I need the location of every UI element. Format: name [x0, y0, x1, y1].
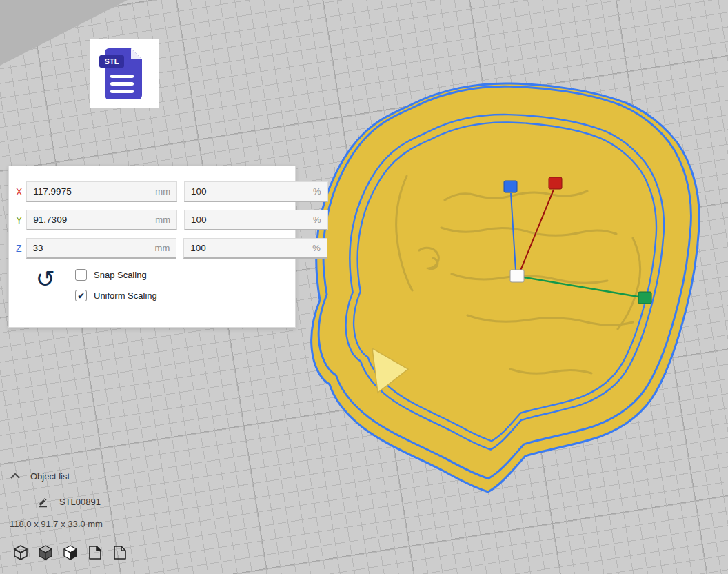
model-dimensions-label: 118.0 x 91.7 x 33.0 mm [10, 519, 103, 529]
snap-scaling-label: Snap Scaling [94, 270, 147, 280]
z-axis-label: Z [16, 243, 22, 254]
scale-x-mm-unit: mm [155, 186, 176, 197]
scale-row-z: Z mm % [16, 238, 283, 259]
gizmo-z-handle[interactable] [504, 181, 517, 192]
x-axis-label: X [16, 186, 22, 197]
scale-y-mm-unit: mm [155, 215, 176, 225]
uniform-scaling-checkbox[interactable]: ✔ [75, 290, 87, 301]
rename-pencil-icon [37, 496, 50, 508]
scale-z-mm-unit: mm [155, 243, 176, 253]
document-fold [131, 48, 142, 59]
stl-file-thumbnail: STL [90, 39, 159, 108]
cube-wireframe-icon[interactable] [11, 544, 30, 562]
reset-scale-button[interactable]: ↺ [16, 267, 75, 301]
scale-y-mm-field: mm [26, 210, 177, 230]
object-list-item[interactable]: STL00891 [10, 495, 103, 508]
model-canvas [303, 72, 717, 504]
object-list-label: Object list [30, 471, 70, 482]
scale-x-percent-input[interactable] [185, 186, 313, 197]
reset-icon: ↺ [36, 267, 56, 290]
scale-y-percent-field: % [184, 210, 328, 230]
y-axis-label: Y [16, 215, 22, 226]
snap-scaling-row: Snap Scaling [75, 269, 157, 281]
3d-viewport[interactable]: STL X mm % Y mm % [0, 0, 728, 574]
scale-z-percent-input[interactable] [184, 243, 312, 253]
scale-x-mm-input[interactable] [27, 186, 155, 197]
cube-solid-icon[interactable] [36, 544, 54, 562]
scale-panel-controls: ↺ Snap Scaling ✔ Uniform Scaling [9, 267, 295, 301]
scale-checkboxes: Snap Scaling ✔ Uniform Scaling [75, 267, 157, 301]
snap-scaling-checkbox[interactable] [75, 269, 87, 281]
scale-x-percent-unit: % [313, 186, 327, 197]
scale-z-percent-unit: % [312, 243, 327, 253]
scale-row-x: X mm % [16, 181, 283, 202]
scale-z-mm-input[interactable] [27, 243, 155, 253]
gizmo-y-handle[interactable] [638, 292, 651, 304]
cube-half-shaded-icon[interactable] [61, 544, 79, 562]
scale-y-percent-input[interactable] [185, 215, 313, 225]
object-list-header[interactable]: Object list [10, 469, 103, 483]
scale-tool-panel: X mm % Y mm % Z mm [8, 166, 296, 328]
uniform-scaling-row: ✔ Uniform Scaling [75, 290, 157, 301]
scale-z-percent-field: % [183, 238, 327, 259]
uniform-check-glyph: ✔ [77, 291, 84, 301]
uniform-scaling-label: Uniform Scaling [94, 290, 157, 301]
page-fold-outline-icon[interactable] [110, 544, 129, 562]
scale-y-mm-input[interactable] [27, 215, 155, 225]
gizmo-center-handle[interactable] [510, 270, 524, 282]
scale-row-y: Y mm % [16, 210, 283, 230]
stl-document-icon: STL [99, 46, 149, 102]
stl-badge-label: STL [105, 57, 119, 66]
page-fold-filled-icon[interactable] [85, 544, 104, 562]
chevron-up-icon [10, 473, 22, 479]
object-list-panel: Object list STL00891 118.0 x 91.7 x 33.0… [10, 469, 103, 529]
scale-x-percent-field: % [184, 181, 328, 202]
object-name: STL00891 [59, 497, 101, 507]
scale-y-percent-unit: % [313, 215, 327, 225]
gizmo-x-handle[interactable] [549, 177, 562, 189]
scale-z-mm-field: mm [26, 238, 177, 259]
mesh-type-toolbar [11, 544, 129, 562]
scale-x-mm-field: mm [26, 181, 177, 202]
